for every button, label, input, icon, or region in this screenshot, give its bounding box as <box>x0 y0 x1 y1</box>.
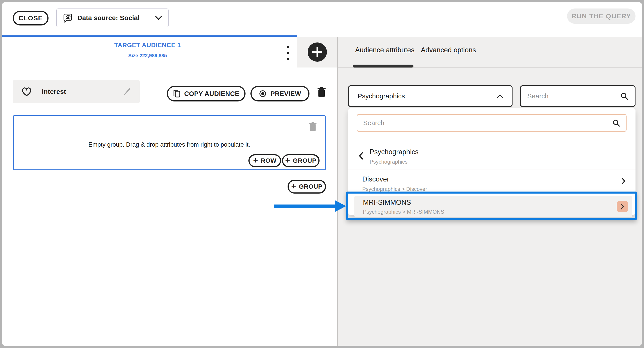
add-group-label: GROUP <box>293 157 316 164</box>
add-group-outer-label: GROUP <box>299 183 322 190</box>
header-bar: CLOSE Data source: Social RUN THE QU <box>2 2 642 35</box>
add-group-button[interactable]: GROUP <box>282 154 320 167</box>
empty-group-message: Empty group. Drag & drop attributes from… <box>14 141 325 148</box>
folder-mri-simmons-title: MRI-SIMMONS <box>363 198 411 207</box>
tab-audience-attributes[interactable]: Audience attributes <box>355 46 414 54</box>
audience-more-menu-icon[interactable] <box>285 46 291 60</box>
search-icon[interactable] <box>620 92 629 101</box>
copy-audience-label: COPY AUDIENCE <box>184 90 240 97</box>
tab-advanced-options[interactable]: Advanced options <box>421 46 476 54</box>
add-audience-panel <box>297 37 337 67</box>
folder-mri-simmons-row[interactable]: MRI-SIMMONS Psychographics > MRI-SIMMONS <box>354 196 632 217</box>
add-audience-button[interactable] <box>308 42 327 62</box>
category-dropdown-panel: Psychographics Psychographics Discover P… <box>348 108 636 215</box>
current-category-title: Psychographics <box>370 148 418 156</box>
attributes-panel: Audience attributes Advanced options Psy… <box>338 37 642 346</box>
add-group-outer-button[interactable]: GROUP <box>288 180 326 194</box>
preview-button[interactable]: PREVIEW <box>250 86 310 101</box>
folder-mri-simmons-path: Psychographics > MRI-SIMMONS <box>363 209 444 215</box>
attributes-search[interactable] <box>520 85 636 107</box>
data-source-select[interactable]: Data source: Social <box>56 8 168 27</box>
chevron-down-icon <box>155 16 162 20</box>
dropdown-search-input[interactable] <box>363 119 612 127</box>
delete-audience-trash-icon[interactable] <box>317 87 326 97</box>
chevron-up-icon <box>497 94 503 98</box>
close-button[interactable]: CLOSE <box>13 11 48 25</box>
delete-group-trash-icon[interactable] <box>308 122 317 131</box>
preview-label: PREVIEW <box>270 90 301 97</box>
folder-discover-title[interactable]: Discover <box>362 175 389 183</box>
folder-discover-path: Psychographics > Discover <box>362 186 427 192</box>
interest-chip[interactable]: Interest <box>13 80 140 103</box>
category-dropdown-value: Psychographics <box>358 92 405 100</box>
add-row-label: ROW <box>261 157 276 164</box>
chevron-right-icon[interactable] <box>621 177 626 185</box>
active-audience-tab-underline <box>2 35 297 37</box>
attributes-search-input[interactable] <box>527 92 620 100</box>
run-query-button[interactable]: RUN THE QUERY <box>567 8 636 24</box>
active-tab-indicator <box>353 65 414 67</box>
heart-icon <box>21 87 32 96</box>
category-dropdown[interactable]: Psychographics <box>348 85 512 107</box>
data-source-label: Data source: Social <box>77 14 140 22</box>
eye-icon <box>259 90 267 98</box>
current-category-path: Psychographics <box>370 159 408 165</box>
search-icon[interactable] <box>612 119 620 127</box>
empty-group-container[interactable]: Empty group. Drag & drop attributes from… <box>13 115 326 170</box>
screenshot-frame: CLOSE Data source: Social RUN THE QU <box>0 0 644 348</box>
annotation-arrow-head <box>335 200 346 212</box>
open-folder-button[interactable] <box>617 201 628 212</box>
dropdown-divider <box>348 169 636 169</box>
audience-title: TARGET AUDIENCE 1 <box>78 41 217 49</box>
annotation-arrow <box>274 205 336 208</box>
add-row-button[interactable]: ROW <box>248 154 281 167</box>
copy-audience-button[interactable]: COPY AUDIENCE <box>167 86 246 101</box>
tabs-divider <box>338 67 642 68</box>
audience-tab-header[interactable]: TARGET AUDIENCE 1 Size 222,989,885 <box>78 41 217 58</box>
copy-icon <box>173 89 181 98</box>
app-window: CLOSE Data source: Social RUN THE QU <box>2 2 642 346</box>
dropdown-search[interactable] <box>357 114 626 132</box>
chevron-left-icon[interactable] <box>358 152 363 160</box>
data-source-icon <box>63 13 72 22</box>
edit-pencil-icon[interactable] <box>122 87 131 96</box>
audience-size: Size 222,989,885 <box>78 53 217 58</box>
interest-chip-label: Interest <box>42 88 66 95</box>
